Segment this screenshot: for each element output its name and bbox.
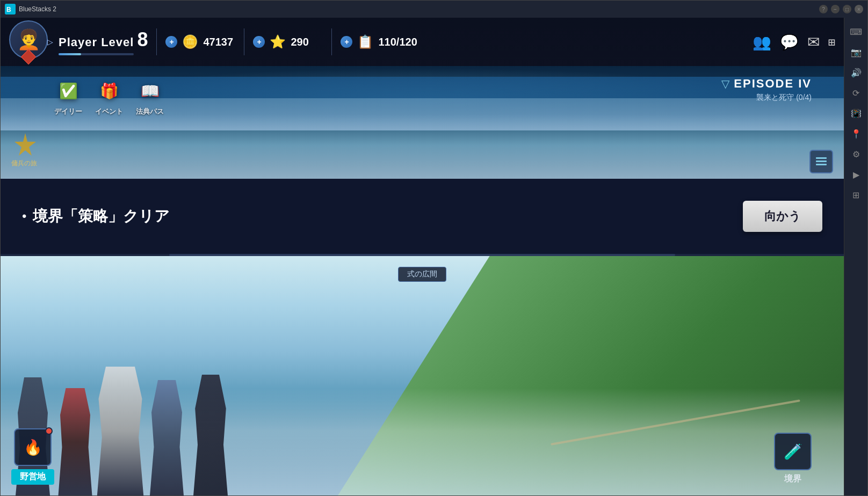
bs-icon-volume[interactable]: 🔊 xyxy=(847,63,866,82)
character-2 xyxy=(56,388,94,495)
go-button[interactable]: 向かう xyxy=(743,201,822,232)
mail-icon[interactable]: ✉ xyxy=(807,33,820,51)
objective-bullet: • xyxy=(22,209,26,224)
objective-panel: • 境界「策略」クリア 向かう xyxy=(1,179,844,254)
soldier-journey-icon xyxy=(11,130,39,158)
location-tag: 式の広間 xyxy=(398,267,446,282)
player-level-label: Player Level xyxy=(59,35,134,49)
bs-icon-shake[interactable]: 📳 xyxy=(847,104,866,123)
character-4 xyxy=(147,380,187,495)
upper-scene: ✅ デイリー 🎁 イベント 📖 法典パス xyxy=(1,66,844,179)
stamina-resource: + 📋 110/120 xyxy=(341,32,417,52)
gold-resource: + 🪙 47137 xyxy=(165,32,235,52)
camp-button[interactable]: 🔥 野営地 xyxy=(11,428,54,485)
bs-icon-macro[interactable]: ▶ xyxy=(847,165,866,184)
window-controls: ? − □ × xyxy=(819,5,863,13)
camp-flame-icon: 🔥 xyxy=(24,439,42,456)
add-gems-button[interactable]: + xyxy=(253,36,265,48)
character-5 xyxy=(189,375,232,495)
bs-icon-rotate[interactable]: ⟳ xyxy=(847,83,866,103)
episode-badge: ▽ EPISODE IV xyxy=(721,77,812,91)
scene-corner-button[interactable] xyxy=(809,150,833,173)
pass-label: 法典パス xyxy=(136,107,164,116)
objective-text-wrap: • 境界「策略」クリア xyxy=(22,206,170,227)
lower-scene: 式の広間 🔥 野営地 🧪 境界 xyxy=(1,256,844,495)
boundary-button[interactable]: 🧪 境界 xyxy=(774,433,812,485)
close-button[interactable]: × xyxy=(855,5,863,13)
game-area: 🧑‍🦱 ▷ Player Level 8 xyxy=(1,18,844,495)
camp-label: 野営地 xyxy=(11,469,54,485)
gold-icon: 🪙 xyxy=(180,32,200,52)
daily-menu-item[interactable]: ✅ デイリー xyxy=(54,77,82,116)
episode-subtitle: 襲来と死守 (0/4) xyxy=(721,93,812,103)
player-avatar-wrap[interactable]: 🧑‍🦱 ▷ xyxy=(9,20,52,63)
add-stamina-button[interactable]: + xyxy=(341,36,352,48)
svg-rect-5 xyxy=(816,164,827,165)
hud-divider-1 xyxy=(156,28,157,55)
episode-info[interactable]: ▽ EPISODE IV 襲来と死守 (0/4) xyxy=(721,77,812,103)
soldier-journey-button[interactable]: 傭兵の旅 xyxy=(11,130,39,168)
boundary-icon-wrap: 🧪 xyxy=(774,433,812,470)
help-button[interactable]: ? xyxy=(819,5,828,13)
bs-icon-location[interactable]: 📍 xyxy=(847,124,866,143)
svg-rect-3 xyxy=(816,157,827,159)
minimize-button[interactable]: − xyxy=(831,5,840,13)
episode-title: EPISODE IV xyxy=(734,77,812,91)
hud-nav-icons: 👥 💬 ✉ ⊞ xyxy=(753,33,835,51)
characters-group xyxy=(1,256,465,495)
boundary-flask-icon: 🧪 xyxy=(784,443,802,461)
level-progress-bar xyxy=(59,53,134,55)
hud-divider-3 xyxy=(331,28,332,55)
gems-resource: + ⭐ 290 xyxy=(253,32,323,52)
stamina-value: 110/120 xyxy=(378,36,417,48)
titlebar: B BlueStacks 2 ? − □ × xyxy=(1,1,867,18)
bluestacks-logo: B xyxy=(5,4,16,14)
character-3 xyxy=(96,367,144,495)
bs-icon-settings[interactable]: ⚙ xyxy=(847,144,866,164)
level-bar-fill xyxy=(59,53,81,55)
daily-label: デイリー xyxy=(54,107,82,116)
event-label: イベント xyxy=(95,107,123,116)
main-layout: 🧑‍🦱 ▷ Player Level 8 xyxy=(1,18,867,495)
hud-bar: 🧑‍🦱 ▷ Player Level 8 xyxy=(1,18,844,66)
episode-chevron-icon: ▽ xyxy=(721,77,729,90)
stamina-icon: 📋 xyxy=(356,32,375,52)
objective-text: 境界「策略」クリア xyxy=(33,206,170,227)
scene-menu-items: ✅ デイリー 🎁 イベント 📖 法典パス xyxy=(54,77,164,116)
add-gold-button[interactable]: + xyxy=(165,36,177,48)
snow-terrain xyxy=(1,114,844,179)
chat-icon[interactable]: 💬 xyxy=(780,33,799,51)
pass-icon: 📖 xyxy=(136,77,164,105)
gems-value: 290 xyxy=(291,36,323,48)
maximize-button[interactable]: □ xyxy=(843,5,851,13)
event-menu-item[interactable]: 🎁 イベント xyxy=(95,77,123,116)
soldier-journey-label: 傭兵の旅 xyxy=(11,159,37,167)
hud-divider-2 xyxy=(244,28,244,55)
player-level-number: 8 xyxy=(137,28,148,51)
bluestacks-sidebar: ⌨ 📷 🔊 ⟳ 📳 📍 ⚙ ▶ ⊞ xyxy=(844,18,867,495)
camp-notification-dot xyxy=(45,427,53,435)
pass-menu-item[interactable]: 📖 法典パス xyxy=(136,77,164,116)
boundary-label: 境界 xyxy=(784,473,801,485)
player-level-section: Player Level 8 xyxy=(59,28,148,55)
svg-marker-2 xyxy=(15,133,36,156)
bs-icon-screenshot[interactable]: 📷 xyxy=(847,42,866,62)
daily-icon: ✅ xyxy=(54,77,82,105)
svg-text:B: B xyxy=(6,6,11,13)
layout-icon[interactable]: ⊞ xyxy=(828,35,835,49)
svg-rect-4 xyxy=(816,161,827,162)
avatar-arrow: ▷ xyxy=(47,38,53,46)
bs-icon-keyboard[interactable]: ⌨ xyxy=(847,22,866,41)
gold-value: 47137 xyxy=(203,36,235,48)
event-icon: 🎁 xyxy=(95,77,123,105)
friends-icon[interactable]: 👥 xyxy=(753,33,771,51)
bs-icon-multiinstance[interactable]: ⊞ xyxy=(847,185,866,205)
camp-icon-wrap: 🔥 xyxy=(14,428,52,466)
bluestacks-window: B BlueStacks 2 ? − □ × 🧑‍🦱 ▷ xyxy=(0,0,868,496)
gems-icon: ⭐ xyxy=(268,32,287,52)
app-title: BlueStacks 2 xyxy=(19,5,819,13)
